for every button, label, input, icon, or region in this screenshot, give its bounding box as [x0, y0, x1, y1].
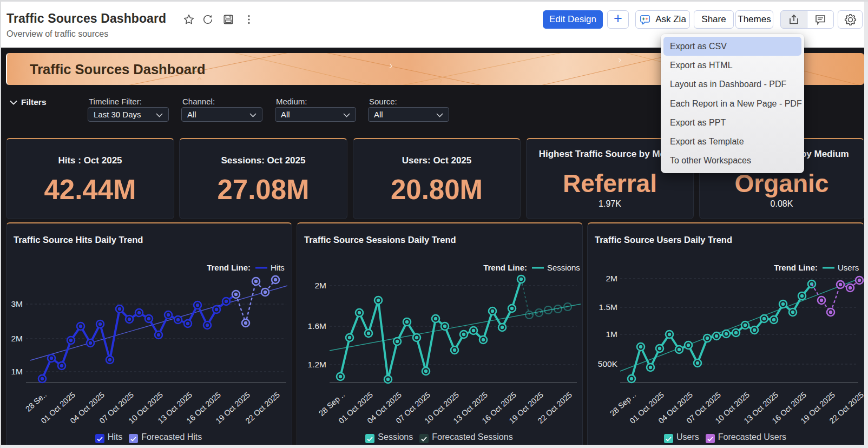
svg-text:3M: 3M: [11, 299, 23, 308]
svg-text:2M: 2M: [314, 281, 326, 290]
svg-text:28 Se..: 28 Se..: [24, 390, 48, 413]
svg-text:1.6M: 1.6M: [308, 321, 326, 331]
svg-text:Hits: Hits: [271, 263, 285, 272]
svg-text:Trend Line:: Trend Line:: [207, 263, 251, 272]
svg-text:28 Sep ..: 28 Sep ..: [608, 390, 637, 418]
svg-text:28 Sep ..: 28 Sep ..: [317, 390, 346, 418]
svg-text:1.2M: 1.2M: [308, 360, 326, 369]
svg-text:2M: 2M: [606, 274, 617, 283]
svg-text:500K: 500K: [598, 359, 618, 368]
svg-text:Users: Users: [838, 263, 859, 272]
svg-text:Sessions: Sessions: [547, 263, 580, 272]
svg-text:Trend Line:: Trend Line:: [774, 263, 818, 272]
svg-text:1M: 1M: [606, 330, 617, 339]
svg-text:1M: 1M: [11, 367, 23, 376]
svg-text:2M: 2M: [11, 334, 23, 343]
svg-text:Trend Line:: Trend Line:: [483, 263, 527, 272]
svg-text:1.5M: 1.5M: [599, 302, 617, 312]
